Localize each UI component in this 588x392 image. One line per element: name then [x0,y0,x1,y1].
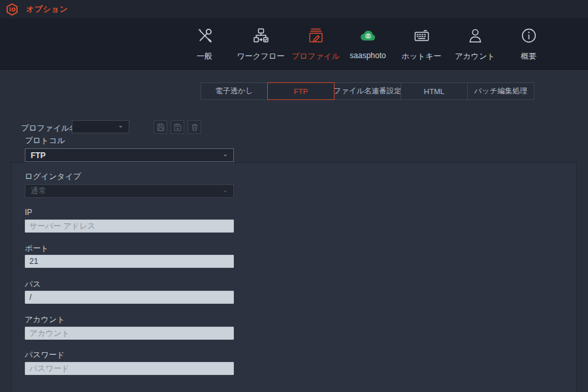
tab-watermark[interactable]: 電子透かし [201,82,268,100]
app-logo-icon [5,3,19,16]
tab-filename-sequence[interactable]: ファイル名連番設定 [334,82,401,100]
chevron-down-icon: ⌄ [223,187,228,193]
profile-name-label: プロファイル名 [21,123,77,134]
save-as-icon [173,123,182,132]
tab-label: HTML [424,88,444,95]
nav-label: ワークフロー [237,51,284,62]
nav-label: 一般 [197,51,212,62]
port-input[interactable] [25,255,234,268]
main-nav: 一般 ワークフロー プロファイル [0,18,588,70]
protocol-value: FTP [31,151,46,160]
save-profile-button[interactable] [154,120,167,134]
chevron-down-icon: ⌄ [118,122,123,129]
profile-name-select[interactable]: ⌄ [72,120,129,133]
protocol-label: プロトコル [25,135,65,146]
nav-label: 概要 [521,51,536,62]
nav-item-saasphoto[interactable]: saasphoto [340,27,396,66]
save-profile-as-button[interactable] [171,120,184,134]
workflow-icon [252,27,270,46]
tab-label: 電子透かし [215,86,253,96]
account-label: アカウント [25,314,65,325]
password-label: パスワード [25,350,65,361]
ip-label: IP [25,208,32,217]
nav-item-hotkey[interactable]: ホットキー [393,27,449,66]
nav-label: アカウント [455,51,495,62]
nav-label: saasphoto [350,51,385,60]
port-label: ポート [25,243,49,254]
title-bar: オプション [0,0,588,18]
tab-label: ファイル名連番設定 [333,86,402,96]
window-title: オプション [26,4,68,15]
nav-item-general[interactable]: 一般 [176,27,233,66]
person-icon [466,27,484,46]
tab-batch-edit[interactable]: バッチ編集処理 [467,82,534,100]
login-type-label: ログインタイプ [25,171,81,182]
login-type-value: 通常 [31,186,46,197]
nav-item-profile[interactable]: プロファイル [287,27,344,66]
login-type-select[interactable]: 通常 ⌄ [25,184,234,198]
keyboard-icon [413,27,431,46]
chevron-down-icon: ⌄ [223,151,228,157]
password-input[interactable] [25,362,234,375]
tab-html[interactable]: HTML [400,82,468,100]
path-input[interactable] [25,291,234,304]
nav-item-account[interactable]: アカウント [447,27,503,66]
delete-profile-button[interactable] [188,120,201,134]
tab-label: バッチ編集処理 [474,86,527,96]
tools-icon [196,27,214,46]
ip-input[interactable] [25,220,234,233]
protocol-select[interactable]: FTP ⌄ [25,148,234,162]
path-label: パス [25,279,41,290]
nav-item-about[interactable]: 概要 [500,27,557,66]
tab-ftp[interactable]: FTP [267,82,335,100]
info-icon [520,27,538,46]
trash-icon [190,123,199,132]
account-input[interactable] [25,327,234,340]
save-icon [156,123,165,132]
cloud-camera-icon [359,27,377,46]
tab-label: FTP [294,88,308,95]
tab-strip: 電子透かし FTP ファイル名連番設定 HTML バッチ編集処理 [201,82,534,100]
nav-label: ホットキー [401,51,441,62]
nav-item-workflow[interactable]: ワークフロー [233,27,289,66]
profile-stack-icon [307,27,325,46]
nav-label: プロファイル [291,51,340,62]
